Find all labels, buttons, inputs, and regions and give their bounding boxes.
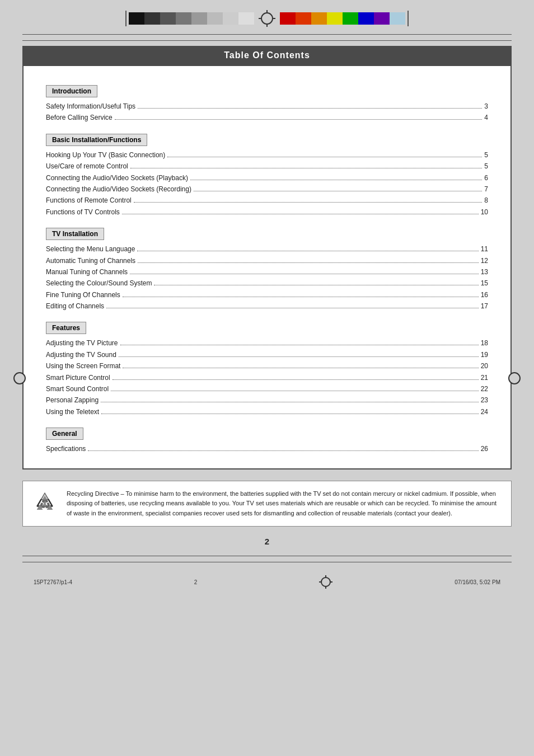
left-crosshair xyxy=(13,372,26,384)
toc-entry: Smart Picture Control 21 xyxy=(46,372,488,383)
svg-text:♻: ♻ xyxy=(39,497,51,511)
toc-entry: Selecting the Colour/Sound System 15 xyxy=(46,278,488,289)
section-header-features: Features xyxy=(46,322,86,334)
toc-entry: Manual Tuning of Channels 13 xyxy=(46,266,488,278)
recycle-icon: ♻ xyxy=(31,490,59,518)
toc-section-introduction: Introduction Safety Information/Useful T… xyxy=(46,77,488,124)
toc-entry: Smart Sound Control 22 xyxy=(46,383,488,395)
toc-entry: Personal Zapping 23 xyxy=(46,395,488,406)
toc-entry: Use/Care of remote Control 5 xyxy=(46,161,488,172)
toc-body: Introduction Safety Information/Useful T… xyxy=(22,65,512,469)
toc-entry: Fine Tuning Of Channels 16 xyxy=(46,289,488,300)
toc-entry: Functions of Remote Control 8 xyxy=(46,195,488,206)
toc-title: Table Of Contents xyxy=(22,46,512,65)
section-header-tv-install: TV Installation xyxy=(46,228,104,240)
toc-entry: Connecting the Audio/Video Sockets (Reco… xyxy=(46,184,488,195)
toc-entry: Selecting the Menu Language 11 xyxy=(46,243,488,255)
left-color-bar xyxy=(125,11,254,26)
footer-crosshair xyxy=(319,575,332,589)
recycling-box: ♻ Recycling Directive – To minimise harm… xyxy=(22,481,512,527)
footer: 15PT2767/p1-4 2 07/16/03, 5:02 PM xyxy=(0,571,534,593)
toc-entry: Before Calling Service 4 xyxy=(46,112,488,123)
right-crosshair xyxy=(508,372,521,384)
top-bar-area xyxy=(0,0,534,32)
footer-right: 07/16/03, 5:02 PM xyxy=(455,579,500,585)
main-content: Table Of Contents Introduction Safety In… xyxy=(22,46,512,469)
center-crosshair xyxy=(259,10,275,27)
page-number: 2 xyxy=(265,537,269,546)
footer-left: 15PT2767/p1-4 xyxy=(34,579,72,585)
title-text: Table Of Contents xyxy=(224,50,310,60)
toc-section-basic: Basic Installation/Functions Hooking Up … xyxy=(46,126,488,218)
toc-section-general: General Specfications 26 xyxy=(46,420,488,454)
toc-entry: Safety Information/Useful Tips 3 xyxy=(46,101,488,112)
recycling-text: Recycling Directive – To minimise harm t… xyxy=(67,489,500,519)
section-header-introduction: Introduction xyxy=(46,85,97,97)
right-color-bar xyxy=(280,11,409,26)
section-header-general: General xyxy=(46,428,83,440)
toc-entry: Connecting the Audio/Video Sockets (Play… xyxy=(46,172,488,184)
toc-entry: Hooking Up Your TV (Basic Connection) 5 xyxy=(46,149,488,161)
toc-entry: Using the Teletext 24 xyxy=(46,406,488,417)
toc-entry: Specfications 26 xyxy=(46,443,488,454)
page: Table Of Contents Introduction Safety In… xyxy=(0,0,534,756)
bottom-h-lines xyxy=(22,554,512,564)
toc-entry: Adjusting the TV Picture 18 xyxy=(46,337,488,349)
toc-section-features: Features Adjusting the TV Picture 18 Adj… xyxy=(46,314,488,417)
toc-entry: Editing of Channels 17 xyxy=(46,300,488,312)
toc-entry: Automatic Tuning of Channels 12 xyxy=(46,255,488,266)
toc-entry: Adjusting the TV Sound 19 xyxy=(46,349,488,360)
top-h-lines xyxy=(22,32,512,43)
toc-entry: Functions of TV Controls 10 xyxy=(46,206,488,218)
toc-section-tv-install: TV Installation Selecting the Menu Langu… xyxy=(46,220,488,312)
section-header-basic: Basic Installation/Functions xyxy=(46,134,147,146)
toc-entry: Using the Screen Format 20 xyxy=(46,360,488,372)
footer-center: 2 xyxy=(194,579,198,585)
